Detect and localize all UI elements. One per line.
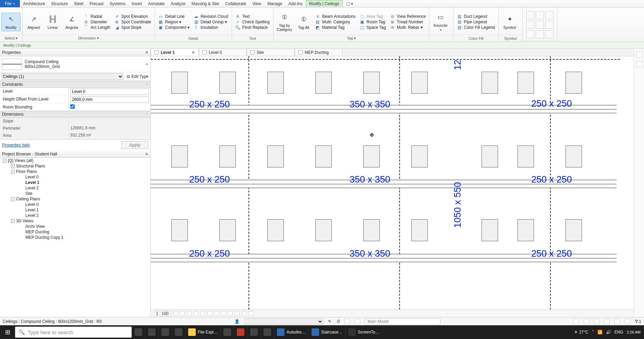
spot-coordinate[interactable]: ⊕Spot Coordinate	[114, 20, 151, 24]
tab-mep[interactable]: MEP Ducting	[295, 48, 343, 56]
modify-icon[interactable]	[526, 21, 534, 29]
vc-icon[interactable]	[221, 311, 226, 316]
tray-volume-icon[interactable]: 🔊	[606, 330, 611, 335]
view-scale[interactable]: 1 : 100	[154, 311, 171, 316]
ceil-level0[interactable]: Level 0	[25, 202, 39, 207]
apply-button[interactable]: Apply	[121, 141, 148, 149]
file-menu[interactable]: File▼	[0, 0, 20, 7]
floor-site[interactable]: Site	[25, 191, 33, 196]
expand-icon[interactable]: +	[11, 164, 15, 168]
duct-legend[interactable]: ▤Duct Legend	[457, 14, 495, 19]
menu-view[interactable]: View	[249, 0, 264, 7]
floor-level1[interactable]: Level 1	[25, 180, 39, 185]
modify-icon[interactable]	[526, 11, 534, 19]
constraints-section[interactable]: Constraints⌃	[0, 81, 150, 88]
tab-close[interactable]: ✕	[192, 50, 195, 55]
vc-icon[interactable]	[201, 311, 205, 316]
sel-filter-icon[interactable]	[573, 319, 579, 324]
spot-slope[interactable]: ◢Spot Slope	[114, 25, 151, 30]
menu-addins[interactable]: Add-Ins	[285, 0, 305, 7]
menu-steel[interactable]: Steel	[71, 0, 86, 7]
detail-group[interactable]: ▥Detail Group ▾	[194, 20, 228, 24]
sel-icon[interactable]	[615, 319, 620, 324]
tray-wifi-icon[interactable]: 📶	[597, 330, 603, 335]
tab-level1[interactable]: Level 1✕	[151, 48, 199, 56]
vc-icon[interactable]	[242, 311, 246, 316]
menu-architecture[interactable]: Architecture	[20, 0, 48, 7]
multi-rebar[interactable]: ≋Multi- Rebar ▾	[390, 25, 426, 30]
modify-icon[interactable]	[545, 11, 554, 19]
nav-icon[interactable]	[636, 61, 642, 67]
task-view[interactable]	[132, 325, 145, 339]
tab-site[interactable]: Site	[247, 48, 295, 56]
pipe-legend[interactable]: ▤Pipe Legend	[457, 20, 495, 24]
modify-icon[interactable]	[536, 30, 544, 38]
vc-icon[interactable]	[173, 311, 178, 316]
material-tag[interactable]: ◩Material Tag	[315, 25, 355, 30]
dimension-group-label[interactable]: Dimension ▾	[23, 35, 155, 42]
expand-icon[interactable]: −	[11, 219, 15, 223]
properties-help-link[interactable]: Properties help	[2, 143, 30, 148]
status-icon[interactable]	[355, 319, 360, 324]
dimensions-section[interactable]: Dimensions⌃	[0, 111, 150, 118]
tb-file-explorer[interactable]: File Expl…	[185, 325, 220, 339]
taskbar-search[interactable]: 🔍Type here to search	[15, 327, 132, 338]
vc-icon[interactable]	[235, 311, 240, 316]
check-spelling[interactable]: ✓Check Spelling	[235, 20, 270, 24]
vc-icon[interactable]	[187, 311, 192, 316]
edit-type-button[interactable]: ⧉Edit Type	[125, 74, 150, 79]
type-selector[interactable]: Compound Ceiling 600x1200mm_Grid ▼	[0, 56, 150, 72]
filter-count[interactable]: ∇:1	[635, 319, 641, 324]
sel-icon[interactable]	[625, 319, 630, 324]
start-button[interactable]: ⊞	[0, 325, 15, 339]
3d-archi[interactable]: Archi View	[25, 224, 45, 229]
3d-mep[interactable]: MEP Ducting	[25, 230, 49, 234]
properties-close[interactable]: ✕	[145, 50, 148, 55]
tb-app[interactable]	[145, 325, 158, 339]
modify-icon[interactable]	[545, 21, 554, 29]
drawing-canvas[interactable]: /*generated below*/ 250 x 250 350 x 350 …	[151, 56, 634, 309]
expand-icon[interactable]: −	[11, 170, 15, 174]
keynote[interactable]: ▭Keynote▼	[431, 11, 450, 33]
tb-app[interactable]	[172, 325, 185, 339]
ceil-level1[interactable]: Level 1	[25, 208, 39, 212]
ceil-level2[interactable]: Level 2	[25, 213, 39, 218]
modify-icon[interactable]	[536, 11, 544, 19]
tb-app[interactable]	[220, 325, 234, 339]
tray-chevron-icon[interactable]: ˄	[592, 330, 594, 335]
floor-level2[interactable]: Level 2	[25, 186, 39, 190]
beam-annotations[interactable]: ≡Beam Annotations	[315, 14, 355, 19]
radial-dim[interactable]: ◝Radial	[84, 14, 110, 19]
vc-icon[interactable]	[194, 311, 198, 316]
weather-widget[interactable]: ☀ 27°C	[574, 330, 588, 335]
nav-icon[interactable]	[636, 51, 642, 58]
roombound-checkbox[interactable]	[70, 104, 75, 109]
offset-input[interactable]	[70, 96, 149, 103]
arc-length-dim[interactable]: ⌒Arc Length	[84, 25, 110, 30]
menu-context-modify-ceilings[interactable]: Modify | Ceilings	[306, 0, 343, 7]
tb-app[interactable]	[260, 325, 274, 339]
3d-mep2[interactable]: MEP Ducting Copy 1	[25, 235, 63, 240]
menu-structure[interactable]: Structure	[48, 0, 71, 7]
views-root[interactable]: [Q] Views (all)	[8, 158, 33, 163]
status-icon[interactable]	[344, 319, 350, 324]
tb-app[interactable]	[247, 325, 260, 339]
expand-icon[interactable]: −	[11, 197, 15, 201]
menu-annotate[interactable]: Annotate	[145, 0, 168, 7]
tb-app[interactable]	[234, 325, 247, 339]
ribbon-display-options[interactable]: ▢ ▾	[343, 0, 356, 7]
menu-collaborate[interactable]: Collaborate	[222, 0, 249, 7]
ceiling-plans[interactable]: Ceiling Plans	[16, 197, 40, 201]
vc-icon[interactable]	[180, 311, 185, 316]
floor-level0[interactable]: Level 0	[25, 175, 39, 179]
revision-cloud[interactable]: ☁Revision Cloud	[194, 14, 228, 19]
select-group-label[interactable]: Select ▾	[0, 35, 22, 42]
level-input[interactable]	[70, 89, 149, 95]
menu-massing-site[interactable]: Massing & Site	[189, 0, 222, 7]
aligned-dim[interactable]: ↗Aligned	[24, 13, 43, 31]
menu-systems[interactable]: Systems	[107, 0, 129, 7]
tb-revit[interactable]: Autodes…	[274, 325, 308, 339]
angular-dim[interactable]: ∠Angular	[62, 13, 82, 31]
colorfill-legend[interactable]: ▤Color Fill Legend	[457, 25, 495, 30]
diameter-dim[interactable]: ⊘Diameter	[84, 20, 110, 24]
